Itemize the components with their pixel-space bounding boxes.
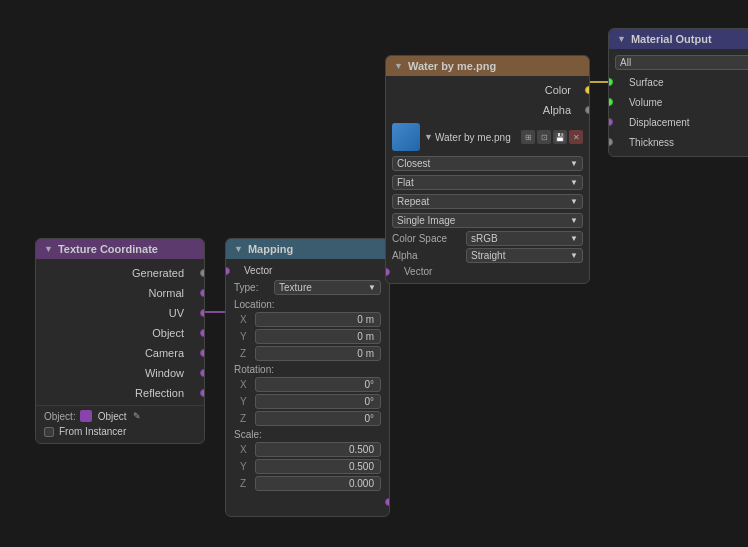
mat-thickness-row: Thickness [609, 132, 748, 152]
mat-scope-dropdown[interactable]: All ▼ [615, 55, 748, 70]
map-rotation-y-row: Y 0° [226, 393, 389, 410]
water-dd3-arrow: ▼ [570, 197, 578, 206]
water-dd4-value: Single Image [397, 215, 455, 226]
map-vector-output-socket[interactable] [385, 498, 390, 506]
map-loc-x-value[interactable]: 0 m [255, 312, 381, 327]
water-img-icon3[interactable]: 💾 [553, 130, 567, 144]
map-loc-y-label: Y [240, 331, 252, 342]
tc-reflection-socket[interactable] [200, 389, 205, 397]
tc-camera-socket[interactable] [200, 349, 205, 357]
water-alpha2-arrow: ▼ [570, 251, 578, 260]
map-rot-z-label: Z [240, 413, 252, 424]
water-dd4-arrow: ▼ [570, 216, 578, 225]
water-alpha-socket[interactable] [585, 106, 590, 114]
water-dd4-row: Single Image ▼ [386, 211, 589, 230]
water-texture-node: ▼ Water by me.png Color Alpha ▼ Water by… [385, 55, 590, 284]
tc-camera-label: Camera [145, 347, 184, 359]
water-color-label: Color [545, 84, 571, 96]
map-loc-z-value[interactable]: 0 m [255, 346, 381, 361]
water-collapse-arrow[interactable]: ▼ [394, 61, 403, 71]
map-location-z-row: Z 0 m [226, 345, 389, 362]
map-rotation-label: Rotation: [226, 362, 389, 376]
water-dd2-arrow: ▼ [570, 178, 578, 187]
water-img-icon4[interactable]: ✕ [569, 130, 583, 144]
water-title: Water by me.png [408, 60, 496, 72]
tc-uv-socket[interactable] [200, 309, 205, 317]
mat-dropdown-row: All ▼ [609, 53, 748, 72]
map-scale-z-row: Z 0.000 [226, 475, 389, 492]
mat-surface-label: Surface [629, 77, 663, 88]
mat-collapse-arrow[interactable]: ▼ [617, 34, 626, 44]
tc-generated-row: Generated [36, 263, 204, 283]
water-dd4[interactable]: Single Image ▼ [392, 213, 583, 228]
tc-window-socket[interactable] [200, 369, 205, 377]
map-loc-x-label: X [240, 314, 252, 325]
map-location-x-row: X 0 m [226, 311, 389, 328]
map-scale-y-label: Y [240, 461, 252, 472]
water-cs-label: Color Space [392, 233, 462, 244]
water-vector-row: Vector [386, 264, 589, 279]
map-collapse-arrow[interactable]: ▼ [234, 244, 243, 254]
water-dd3[interactable]: Repeat ▼ [392, 194, 583, 209]
tc-collapse-arrow[interactable]: ▼ [44, 244, 53, 254]
tc-title: Texture Coordinate [58, 243, 158, 255]
mat-displacement-label: Displacement [629, 117, 690, 128]
tc-camera-row: Camera [36, 343, 204, 363]
tc-obj-value: Object [98, 411, 127, 422]
water-dd2-row: Flat ▼ [386, 173, 589, 192]
water-img-icon2[interactable]: ⊡ [537, 130, 551, 144]
water-dd1-value: Closest [397, 158, 430, 169]
map-vector-output-row [226, 492, 389, 512]
map-rotation-z-row: Z 0° [226, 410, 389, 427]
water-vector-input-socket[interactable] [385, 268, 390, 276]
map-rot-z-value[interactable]: 0° [255, 411, 381, 426]
tc-reflection-row: Reflection [36, 383, 204, 403]
map-vector-input-label: Vector [244, 265, 272, 276]
map-title: Mapping [248, 243, 293, 255]
mat-volume-socket[interactable] [608, 98, 613, 106]
mat-displacement-socket[interactable] [608, 118, 613, 126]
tc-object-socket[interactable] [200, 329, 205, 337]
water-header: ▼ Water by me.png [386, 56, 589, 76]
map-rot-y-value[interactable]: 0° [255, 394, 381, 409]
map-scale-y-value[interactable]: 0.500 [255, 459, 381, 474]
mat-volume-row: Volume [609, 92, 748, 112]
map-vector-input-socket[interactable] [225, 267, 230, 275]
water-dd2[interactable]: Flat ▼ [392, 175, 583, 190]
water-dd3-value: Repeat [397, 196, 429, 207]
tc-object-label: Object [152, 327, 184, 339]
map-scale-y-row: Y 0.500 [226, 458, 389, 475]
map-body: Vector Type: Texture ▼ Location: X 0 m Y… [226, 259, 389, 516]
water-dd1[interactable]: Closest ▼ [392, 156, 583, 171]
tc-obj-edit-icon[interactable]: ✎ [133, 411, 141, 421]
water-dd1-arrow: ▼ [570, 159, 578, 168]
map-type-label: Type: [234, 282, 270, 293]
map-type-value: Texture [279, 282, 312, 293]
water-dd1-row: Closest ▼ [386, 154, 589, 173]
map-type-arrow: ▼ [368, 283, 376, 292]
water-color-row: Color [386, 80, 589, 100]
water-alpha-row: Alpha [386, 100, 589, 120]
water-color-socket[interactable] [585, 86, 590, 94]
tc-body: Generated Normal UV Object Camera Window [36, 259, 204, 443]
mat-surface-socket[interactable] [608, 78, 613, 86]
tc-normal-socket[interactable] [200, 289, 205, 297]
water-img-icon1[interactable]: ⊞ [521, 130, 535, 144]
tc-object-row: Object [36, 323, 204, 343]
water-img-arrow[interactable]: ▼ [424, 132, 433, 142]
water-alpha2-dropdown[interactable]: Straight ▼ [466, 248, 583, 263]
water-cs-dropdown[interactable]: sRGB ▼ [466, 231, 583, 246]
water-image-row: ▼ Water by me.png ⊞ ⊡ 💾 ✕ [386, 120, 589, 154]
map-loc-y-value[interactable]: 0 m [255, 329, 381, 344]
tc-normal-row: Normal [36, 283, 204, 303]
map-scale-z-value[interactable]: 0.000 [255, 476, 381, 491]
mat-thickness-socket[interactable] [608, 138, 613, 146]
map-rot-x-value[interactable]: 0° [255, 377, 381, 392]
map-scale-label: Scale: [226, 427, 389, 441]
mat-thickness-label: Thickness [629, 137, 674, 148]
material-output-node: ▼ Material Output All ▼ Surface Volume D… [608, 28, 748, 157]
map-scale-x-value[interactable]: 0.500 [255, 442, 381, 457]
tc-generated-socket[interactable] [200, 269, 205, 277]
tc-from-instancer-checkbox[interactable] [44, 427, 54, 437]
map-type-dropdown[interactable]: Texture ▼ [274, 280, 381, 295]
